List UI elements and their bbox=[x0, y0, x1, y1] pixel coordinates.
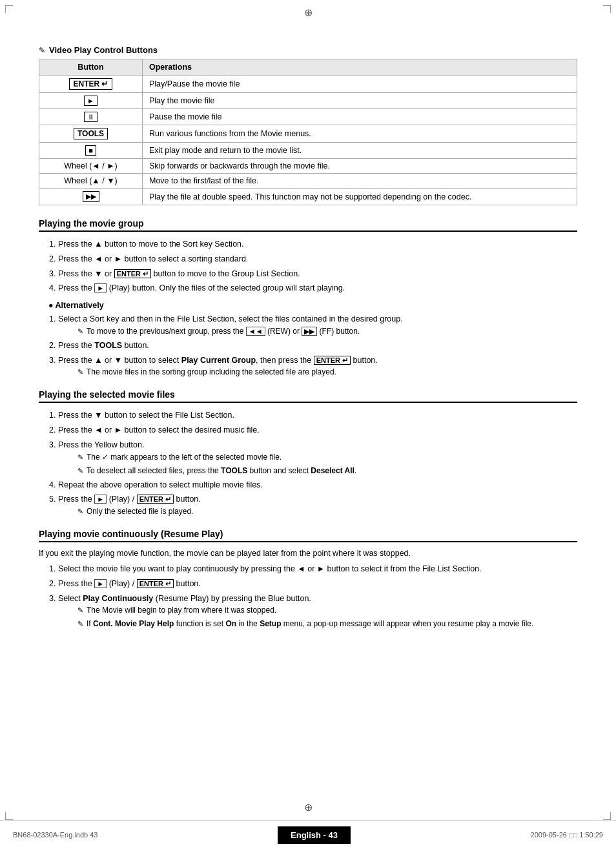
note-inline: ✎ The Movie will begin to play from wher… bbox=[77, 604, 577, 616]
list-item: Repeat the above operation to select mul… bbox=[58, 479, 577, 491]
footer-center: English - 43 bbox=[278, 826, 351, 844]
note-icon: ✎ bbox=[77, 452, 83, 463]
alternatively-label: Alternatively bbox=[48, 301, 577, 310]
list-item: Press the TOOLS button. bbox=[58, 340, 577, 352]
ff-button-symbol: ▶▶ bbox=[83, 191, 99, 202]
list-item: Press the ◄ or ► button to select a sort… bbox=[58, 253, 577, 265]
list-item: Press the ▲ button to move to the Sort k… bbox=[58, 238, 577, 251]
note-icon: ✎ bbox=[77, 326, 83, 337]
table-row: TOOLS Run various functions from the Mov… bbox=[39, 125, 577, 143]
control-table: Button Operations ENTER ↵ Play/Pause the… bbox=[39, 59, 577, 205]
alternatively-steps: Select a Sort key and then in the File L… bbox=[58, 313, 577, 378]
note-inline: ✎ To move to the previous/next group, pr… bbox=[77, 325, 577, 337]
table-header-button: Button bbox=[39, 59, 143, 76]
note-icon: ✎ bbox=[39, 46, 45, 55]
list-item: Press the ► (Play) / ENTER ↵ button. ✎ O… bbox=[58, 493, 577, 517]
list-item: Select a Sort key and then in the File L… bbox=[58, 313, 577, 337]
table-cell-op: Play the movie file bbox=[143, 93, 577, 109]
list-item: Select the movie file you want to play c… bbox=[58, 563, 577, 575]
note-inline: ✎ The ✓ mark appears to the left of the … bbox=[77, 451, 577, 463]
section2-steps: Press the ▼ button to select the File Li… bbox=[58, 409, 577, 517]
note-text: If Cont. Movie Play Help function is set… bbox=[87, 618, 533, 629]
table-cell-op: Play the file at double speed. This func… bbox=[143, 189, 577, 205]
rew-box: ◄◄ bbox=[246, 327, 265, 336]
table-cell-button: ► bbox=[39, 93, 143, 109]
section3-intro: If you exit the playing movie function, … bbox=[39, 549, 577, 558]
tools-button-label: TOOLS bbox=[74, 128, 108, 139]
stop-button-symbol: ■ bbox=[85, 145, 96, 156]
section-title-text: Video Play Control Buttons bbox=[49, 45, 158, 55]
table-row: ► Play the movie file bbox=[39, 93, 577, 109]
list-item: Press the ► (Play) button. Only the file… bbox=[58, 282, 577, 294]
note-text: Only the selected file is played. bbox=[87, 506, 193, 517]
list-item: Press the ► (Play) / ENTER ↵ button. bbox=[58, 578, 577, 590]
table-cell-button: Wheel (▲ / ▼) bbox=[39, 174, 143, 189]
table-header-operations: Operations bbox=[143, 59, 577, 76]
enter-label: ENTER ↵ bbox=[137, 579, 174, 588]
note-text: The movie files in the sorting group inc… bbox=[87, 366, 336, 378]
table-cell-button: Wheel (◄ / ►) bbox=[39, 159, 143, 174]
note-text: To deselect all selected files, press th… bbox=[87, 465, 356, 476]
corner-mark-tl bbox=[5, 5, 13, 13]
note-icon: ✎ bbox=[77, 465, 83, 476]
note-icon: ✎ bbox=[77, 619, 83, 629]
note-inline: ✎ To deselect all selected files, press … bbox=[77, 465, 577, 476]
note-inline: ✎ If Cont. Movie Play Help function is s… bbox=[77, 618, 577, 629]
section1-steps: Press the ▲ button to move to the Sort k… bbox=[58, 238, 577, 294]
table-row: ■ Exit play mode and return to the movie… bbox=[39, 143, 577, 159]
list-item: Press the ◄ or ► button to select the de… bbox=[58, 424, 577, 436]
table-cell-op: Skip forwards or backwards through the m… bbox=[143, 159, 577, 174]
table-cell-button: ▶▶ bbox=[39, 189, 143, 205]
table-cell-button: ■ bbox=[39, 143, 143, 159]
enter-button-label: ENTER ↵ bbox=[69, 78, 112, 90]
page: ⊕ ✎ Video Play Control Buttons Button Op… bbox=[0, 0, 616, 849]
section3-steps: Select the movie file you want to play c… bbox=[58, 563, 577, 629]
table-cell-button: ENTER ↵ bbox=[39, 76, 143, 93]
play-box: ► bbox=[94, 579, 107, 588]
table-row: ⏸ Pause the movie file bbox=[39, 109, 577, 125]
note-icon: ✎ bbox=[77, 506, 83, 517]
table-row: ▶▶ Play the file at double speed. This f… bbox=[39, 189, 577, 205]
footer: BN68-02330A-Eng.indb 43 English - 43 200… bbox=[0, 820, 616, 849]
section3-heading: Playing movie continuously (Resume Play) bbox=[39, 529, 577, 542]
table-cell-op: Pause the movie file bbox=[143, 109, 577, 125]
note-inline: ✎ The movie files in the sorting group i… bbox=[77, 366, 577, 378]
section2-heading: Playing the selected movie files bbox=[39, 389, 577, 403]
corner-mark-bl bbox=[5, 812, 13, 820]
play-box: ► bbox=[94, 495, 107, 504]
note-inline: ✎ Only the selected file is played. bbox=[77, 506, 577, 517]
table-cell-op: Play/Pause the movie file bbox=[143, 76, 577, 93]
corner-mark-tr bbox=[603, 5, 611, 13]
list-item: Press the ▼ button to select the File Li… bbox=[58, 409, 577, 422]
enter-label: ENTER ↵ bbox=[314, 356, 351, 365]
table-cell-op: Exit play mode and return to the movie l… bbox=[143, 143, 577, 159]
crosshair-top-icon: ⊕ bbox=[304, 6, 313, 19]
table-row: Wheel (▲ / ▼) Move to the first/last of … bbox=[39, 174, 577, 189]
play-box: ► bbox=[94, 283, 107, 292]
list-item: Press the ▲ or ▼ button to select Play C… bbox=[58, 354, 577, 378]
corner-mark-br bbox=[603, 812, 611, 820]
crosshair-bottom-icon: ⊕ bbox=[304, 801, 313, 813]
play-button-symbol: ► bbox=[84, 96, 98, 106]
table-row: Wheel (◄ / ►) Skip forwards or backwards… bbox=[39, 159, 577, 174]
list-item: Press the Yellow button. ✎ The ✓ mark ap… bbox=[58, 439, 577, 476]
video-control-section-title: ✎ Video Play Control Buttons bbox=[39, 45, 577, 55]
note-icon: ✎ bbox=[77, 367, 83, 378]
section1-heading: Playing the movie group bbox=[39, 218, 577, 232]
table-cell-op: Run various functions from the Movie men… bbox=[143, 125, 577, 143]
ff-box: ▶▶ bbox=[302, 327, 317, 336]
footer-right: 2009-05-26 □□ 1:50:29 bbox=[531, 831, 603, 839]
table-cell-op: Move to the first/last of the file. bbox=[143, 174, 577, 189]
table-cell-button: TOOLS bbox=[39, 125, 143, 143]
table-cell-button: ⏸ bbox=[39, 109, 143, 125]
table-row: ENTER ↵ Play/Pause the movie file bbox=[39, 76, 577, 93]
enter-label: ENTER ↵ bbox=[137, 495, 174, 504]
alternatively-section: Alternatively Select a Sort key and then… bbox=[39, 301, 577, 378]
list-item: Select Play Continuously (Resume Play) b… bbox=[58, 593, 577, 630]
note-icon: ✎ bbox=[77, 605, 83, 616]
note-text: To move to the previous/next group, pres… bbox=[87, 325, 360, 337]
list-item: Press the ▼ or ENTER ↵ button to move to… bbox=[58, 268, 577, 280]
note-text: The Movie will begin to play from where … bbox=[87, 604, 276, 616]
main-content: ✎ Video Play Control Buttons Button Oper… bbox=[39, 45, 577, 629]
enter-label: ENTER ↵ bbox=[114, 269, 151, 278]
